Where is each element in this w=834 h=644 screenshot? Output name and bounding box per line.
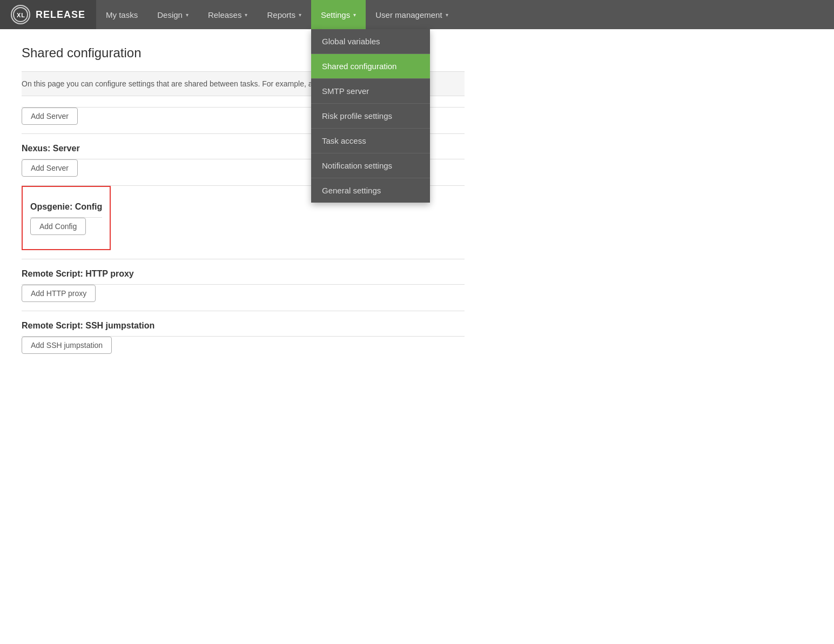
brand-logo: XL [11,5,30,24]
design-chevron-icon: ▾ [186,12,189,18]
nav-item-my-tasks[interactable]: My tasks [96,0,147,29]
nav-label-design: Design [157,10,183,19]
section-remote-script-http: Remote Script: HTTP proxy Add HTTP proxy [22,259,465,311]
nav-label-releases: Releases [208,10,242,19]
nav-items: My tasks Design ▾ Releases ▾ Reports ▾ S… [96,0,834,29]
nav-item-user-management[interactable]: User management ▾ [366,0,458,29]
releases-chevron-icon: ▾ [245,12,247,18]
section-remote-script-ssh: Remote Script: SSH jumpstation Add SSH j… [22,311,465,363]
add-ssh-jumpstation-button[interactable]: Add SSH jumpstation [22,337,112,354]
nav-item-reports[interactable]: Reports ▾ [257,0,311,29]
brand-name: RELEASE [36,9,85,21]
nav-item-design[interactable]: Design ▾ [147,0,198,29]
svg-text:XL: XL [17,12,25,18]
settings-chevron-icon: ▾ [353,12,356,18]
dropdown-item-general-settings[interactable]: General settings [311,178,430,203]
dropdown-item-notification-settings[interactable]: Notification settings [311,153,430,178]
nav-label-reports: Reports [267,10,295,19]
nav-label-my-tasks: My tasks [106,10,138,19]
brand[interactable]: XL RELEASE [0,0,96,29]
section-header-ssh: Remote Script: SSH jumpstation [22,311,465,336]
dropdown-item-risk-profile-settings[interactable]: Risk profile settings [311,104,430,129]
section-header-http: Remote Script: HTTP proxy [22,259,465,284]
nav-item-settings[interactable]: Settings ▾ Global variables Shared confi… [311,0,366,29]
add-server-button-1[interactable]: Add Server [22,108,78,125]
nav-item-releases[interactable]: Releases ▾ [198,0,258,29]
nav-label-user-management: User management [375,10,442,19]
add-http-proxy-button[interactable]: Add HTTP proxy [22,285,96,302]
navbar: XL RELEASE My tasks Design ▾ Releases ▾ … [0,0,834,29]
dropdown-item-global-variables[interactable]: Global variables [311,29,430,54]
add-opsgenie-config-button[interactable]: Add Config [30,218,86,235]
section-header-opsgenie: Opsgenie: Config [30,192,102,217]
user-management-chevron-icon: ▾ [446,12,448,18]
info-text: On this page you can configure settings … [22,79,322,88]
dropdown-item-task-access[interactable]: Task access [311,129,430,153]
dropdown-item-smtp-server[interactable]: SMTP server [311,79,430,104]
dropdown-item-shared-configuration[interactable]: Shared configuration [311,54,430,79]
add-nexus-server-button[interactable]: Add Server [22,159,78,177]
nav-label-settings: Settings [321,10,350,19]
opsgenie-highlighted-container: Opsgenie: Config Add Config [22,186,111,250]
settings-dropdown: Global variables Shared configuration SM… [311,29,430,203]
reports-chevron-icon: ▾ [299,12,301,18]
